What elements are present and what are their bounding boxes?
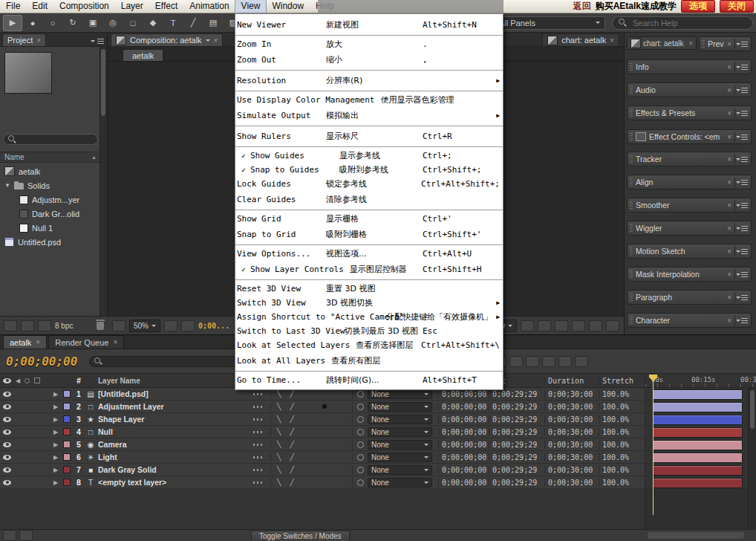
list-item[interactable]: ▼ aetalk <box>0 164 101 178</box>
close-icon[interactable]: × <box>727 178 731 187</box>
panel-header[interactable]: Audio × <box>627 82 752 97</box>
options-button[interactable]: 选项 <box>681 0 715 13</box>
table-row[interactable]: ▶ 8 T <empty text layer> ╲ ╱ None <box>0 476 756 489</box>
magnification-dropdown[interactable]: 50% <box>129 320 160 332</box>
panel-header[interactable]: Effect Controls: <em × <box>627 129 752 144</box>
pickwhip-icon[interactable] <box>357 441 364 448</box>
viewer-tab[interactable]: aetalk <box>123 49 163 62</box>
auto-keyframe-icon[interactable] <box>558 356 572 367</box>
graph-editor-icon[interactable] <box>575 356 588 367</box>
layer-name[interactable]: Camera <box>97 440 245 449</box>
return-link[interactable]: 返回 <box>573 0 591 13</box>
close-icon[interactable]: × <box>727 224 731 233</box>
panel-menu-icon[interactable] <box>734 200 749 210</box>
new-composition-icon[interactable] <box>38 320 51 331</box>
close-icon[interactable]: × <box>727 109 731 117</box>
label-color-swatch[interactable] <box>63 403 71 410</box>
out-value[interactable]: 0;00;29;29 <box>489 415 544 424</box>
in-value[interactable]: 0;00;00;00 <box>438 479 489 487</box>
panel-menu-icon[interactable] <box>734 132 749 142</box>
resolution-icon[interactable] <box>572 320 585 331</box>
table-row[interactable]: ▶ 2 □ Adjustment Layer ╲ ╱ None <box>0 401 756 413</box>
visibility-eye-icon[interactable] <box>3 442 11 447</box>
quality-switch[interactable]: ╱ <box>290 479 293 486</box>
menubar-item[interactable]: Edit <box>26 0 53 13</box>
toggle-switches-modes-button[interactable]: Toggle Switches / Modes <box>251 531 350 541</box>
close-icon[interactable]: × <box>610 36 614 45</box>
scrollbar-thumb[interactable] <box>750 390 755 429</box>
quality-switch[interactable]: ╱ <box>290 390 293 398</box>
panel-menu-icon[interactable] <box>734 315 749 325</box>
quality-switch[interactable]: ╱ <box>290 453 293 461</box>
tab-flowchart[interactable]: chart: aetalk × <box>542 33 619 46</box>
brush-tool-icon[interactable]: ╱ <box>183 15 203 31</box>
parent-dropdown[interactable]: None <box>368 465 432 475</box>
region-of-interest-icon[interactable] <box>538 320 551 331</box>
help-search-input[interactable] <box>631 18 746 28</box>
label-color-swatch[interactable] <box>63 441 71 448</box>
panel-gripper-icon[interactable] <box>630 63 633 71</box>
mask-visibility-icon[interactable] <box>181 320 195 331</box>
panel-menu-icon[interactable] <box>734 269 749 279</box>
menu-item[interactable]: ✓ Snap to Guides 吸附到参考线 Ctrl+Shift+; ▶ <box>235 163 503 177</box>
table-row[interactable]: ▶ 5 ◉ Camera ╲ ╱ None <box>0 438 756 451</box>
expand-arrow-icon[interactable]: ▶ <box>50 467 61 473</box>
hand-tool-icon[interactable]: ● <box>23 15 42 31</box>
layer-name[interactable]: [Untitled.psd] <box>97 389 245 398</box>
panel-gripper-icon[interactable] <box>702 40 705 48</box>
close-icon[interactable]: × <box>727 63 731 71</box>
menu-item[interactable]: ✓ Look at Selected Layers 查看所选择图层 Ctrl+A… <box>235 338 503 352</box>
label-color-swatch[interactable] <box>63 390 71 398</box>
panel-header[interactable]: Tracker × <box>627 152 752 166</box>
parent-dropdown[interactable]: None <box>368 440 432 450</box>
visibility-eye-icon[interactable] <box>3 430 11 435</box>
parent-dropdown[interactable]: None <box>368 453 432 462</box>
close-icon[interactable]: × <box>36 338 40 346</box>
parent-dropdown[interactable]: None <box>368 478 432 487</box>
duration-value[interactable]: 0;00;30;00 <box>544 390 599 398</box>
panel-gripper-icon[interactable] <box>630 109 633 117</box>
duration-value[interactable]: 0;00;30;00 <box>544 466 599 474</box>
panel-menu-icon[interactable] <box>734 108 749 118</box>
pan-behind-tool-icon[interactable]: ◎ <box>103 15 123 31</box>
keyframe-nav-icon[interactable] <box>253 469 262 471</box>
stretch-value[interactable]: 100.0% <box>599 441 645 449</box>
safe-zones-icon[interactable] <box>164 320 177 331</box>
expand-arrow-icon[interactable]: ▶ <box>50 454 61 461</box>
menu-item[interactable]: ✓ Switch 3D View 3D 视图切换 ▶ <box>235 296 503 310</box>
shape-tool-icon[interactable]: □ <box>123 15 143 31</box>
stretch-value[interactable]: 100.0% <box>599 453 645 461</box>
close-icon[interactable]: × <box>688 39 693 48</box>
panel-header[interactable]: Mask Interpolation × <box>627 267 752 282</box>
close-icon[interactable]: × <box>36 36 41 45</box>
layer-duration-bar[interactable] <box>653 440 743 450</box>
channels-icon[interactable] <box>555 320 568 331</box>
pickwhip-icon[interactable] <box>357 467 364 473</box>
label-color-swatch[interactable] <box>63 479 71 486</box>
parent-dropdown[interactable]: None <box>368 402 432 412</box>
current-time-display[interactable]: 0;00;00;00 <box>6 354 77 369</box>
stretch-value[interactable]: 100.0% <box>599 466 645 474</box>
duration-column-header[interactable]: Duration <box>544 377 599 385</box>
stretch-value[interactable]: 100.0% <box>599 390 645 398</box>
timeline-search-box[interactable] <box>89 356 241 367</box>
label-color-swatch[interactable] <box>63 466 71 473</box>
panel-menu-icon[interactable] <box>734 223 749 233</box>
parent-dropdown[interactable]: None <box>368 415 432 424</box>
layer-duration-bar[interactable] <box>653 465 743 476</box>
layer-duration-bar[interactable] <box>653 389 743 400</box>
close-icon[interactable]: × <box>727 86 731 94</box>
visibility-eye-icon[interactable] <box>3 392 11 397</box>
frame-blend-switch[interactable]: ╲ <box>277 441 281 448</box>
timeline-tab[interactable]: Render Queue × <box>48 335 124 349</box>
frame-blend-switch[interactable]: ╲ <box>277 415 281 423</box>
clone-stamp-tool-icon[interactable]: ▤ <box>203 15 223 31</box>
panel-header[interactable]: Info × <box>627 59 752 74</box>
fast-previews-icon[interactable] <box>606 320 619 331</box>
workspace-dropdown[interactable]: All Panels <box>494 16 605 30</box>
layer-duration-bar[interactable] <box>653 415 743 425</box>
out-value[interactable]: 0;00;29;29 <box>489 466 544 474</box>
motion-blur-icon[interactable] <box>526 356 539 367</box>
table-row[interactable]: ▶ 3 ★ Shape Layer ╲ ╱ None <box>0 413 756 426</box>
menu-item[interactable]: ✓ Assign Shortcut to "Active Camera" 分配快… <box>235 310 503 324</box>
